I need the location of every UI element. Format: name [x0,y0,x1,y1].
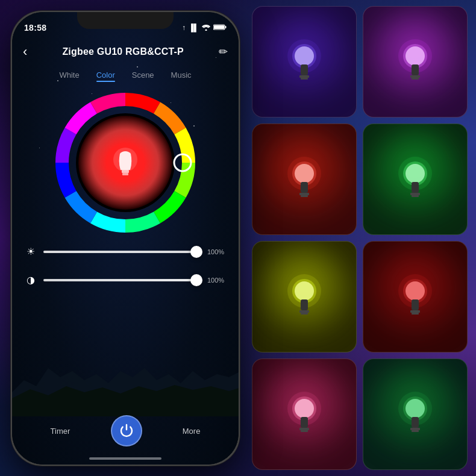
svg-rect-3 [301,64,308,75]
brightness-track[interactable] [43,251,201,253]
phone-wrapper: 18:58 ↑ ▐▌ [11,11,240,466]
back-button[interactable]: ‹ [23,45,27,58]
tab-bar: White Color Scene Music [12,65,239,87]
svg-rect-50 [214,25,224,29]
svg-rect-22 [410,193,420,195]
tab-music[interactable]: Music [171,70,192,82]
svg-rect-16 [299,193,309,195]
svg-rect-54 [122,170,129,173]
svg-rect-40 [299,428,309,430]
home-indicator [89,457,161,460]
svg-rect-17 [301,195,308,197]
edit-button[interactable]: ✏ [219,45,228,58]
sliders-container: ☀ 100% ◑ 100% [24,246,227,302]
status-icons: ↑ ▐▌ [182,23,227,33]
svg-rect-28 [299,310,309,313]
saturation-track[interactable] [43,279,201,281]
svg-rect-15 [301,182,308,193]
photo-cell-green [363,124,468,235]
wifi-icon [202,23,210,33]
svg-rect-39 [301,417,308,428]
svg-rect-33 [412,299,419,310]
photo-cell-darkgreen [363,359,468,470]
battery-icon [213,23,227,33]
color-wheel[interactable] [53,90,198,235]
svg-rect-29 [301,313,308,315]
saturation-value: 100% [207,277,227,284]
photo-cell-darkred [363,241,468,352]
svg-rect-35 [412,313,419,315]
svg-rect-47 [412,430,419,432]
app-header: ‹ Zigbee GU10 RGB&CCT-P ✏ [12,39,239,65]
landscape-bg [12,344,239,416]
svg-rect-4 [299,75,309,78]
power-button[interactable] [111,415,142,446]
brightness-icon: ☀ [24,246,37,257]
photo-cell-pink [252,359,357,470]
contrast-icon: ◑ [24,274,37,286]
svg-rect-46 [410,428,420,430]
tab-color[interactable]: Color [96,70,115,82]
more-button[interactable]: More [183,427,201,436]
phone-notch [77,12,174,29]
svg-rect-27 [301,299,308,310]
tab-white[interactable]: White [59,70,79,82]
svg-rect-21 [412,182,419,193]
svg-rect-23 [412,195,419,197]
svg-rect-41 [301,430,308,432]
photo-cell-yellow [252,241,357,352]
photo-cell-red [252,124,357,235]
svg-point-56 [174,154,191,171]
saturation-slider-row: ◑ 100% [24,274,227,286]
signal-bars: ▐▌ [189,23,199,32]
svg-rect-55 [122,173,128,175]
svg-rect-49 [225,26,227,28]
saturation-fill [43,279,193,281]
status-time: 18:58 [24,23,46,33]
svg-rect-9 [412,64,419,75]
location-icon: ↑ [182,23,186,32]
phone-frame: 18:58 ↑ ▐▌ [11,11,240,466]
timer-button[interactable]: Timer [51,427,70,436]
brightness-fill [43,251,193,253]
svg-rect-5 [301,78,308,80]
app-screen: 18:58 ↑ ▐▌ [12,12,239,465]
app-title: Zigbee GU10 RGB&CCT-P [62,46,184,57]
svg-rect-45 [412,417,419,428]
photo-cell-magenta [363,6,468,117]
photo-grid [252,6,468,470]
tab-scene[interactable]: Scene [132,70,154,82]
brightness-value: 100% [207,248,227,255]
svg-rect-11 [412,78,419,80]
photo-cell-blue [252,6,357,117]
saturation-thumb[interactable] [190,274,202,286]
brightness-slider-row: ☀ 100% [24,246,227,257]
svg-rect-10 [410,75,420,78]
brightness-thumb[interactable] [190,246,202,258]
svg-rect-34 [410,310,420,313]
bottom-bar: Timer More [12,415,239,446]
